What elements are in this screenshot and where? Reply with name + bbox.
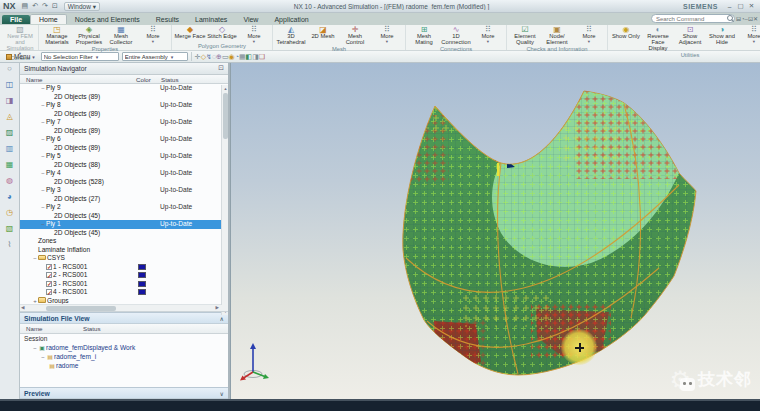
- more-button[interactable]: ⠿More▾: [738, 25, 760, 43]
- search-input[interactable]: [651, 14, 735, 23]
- tree-row[interactable]: 2D Objects (27): [20, 195, 228, 204]
- tree-row[interactable]: 2D Objects (89): [20, 127, 228, 136]
- more-button[interactable]: ⠿More▾: [371, 25, 403, 43]
- edge-select-icon[interactable]: ◨: [252, 53, 259, 60]
- panel-window-icon[interactable]: ⊡: [218, 64, 224, 72]
- more-button[interactable]: ⠿More▾: [238, 25, 270, 43]
- tree-row[interactable]: −Ply 6Up-to-Date: [20, 135, 228, 144]
- close-app-icon[interactable]: ✕: [746, 2, 757, 10]
- tree-row[interactable]: −Ply 4Up-to-Date: [20, 169, 228, 178]
- simulation-navigator-icon[interactable]: ◫: [3, 80, 17, 92]
- file-view-row[interactable]: −▣radome_femDisplayed & Work: [20, 343, 228, 352]
- mesh-collector-button[interactable]: ▦Mesh Collector: [105, 25, 137, 46]
- tree-row[interactable]: −Ply 2Up-to-Date: [20, 203, 228, 212]
- post-navigator-icon[interactable]: ◨: [3, 96, 17, 108]
- color-chip[interactable]: [138, 264, 146, 270]
- restore-app-icon[interactable]: ▢: [735, 2, 746, 10]
- resource-handle-icon[interactable]: ○: [3, 64, 17, 76]
- node-element-button[interactable]: ▣Node/ Element: [541, 25, 573, 46]
- constraint-navigator-icon[interactable]: ▨: [3, 128, 17, 140]
- more-button[interactable]: ⠿More▾: [137, 25, 169, 43]
- close-window-icon[interactable]: ✕: [753, 16, 758, 22]
- rectangle-icon[interactable]: ▭: [222, 53, 229, 60]
- part-navigator-icon[interactable]: ▥: [3, 144, 17, 156]
- tree-row[interactable]: 2D Objects (89): [20, 93, 228, 102]
- color-chip[interactable]: [138, 289, 146, 295]
- tree-row[interactable]: −Ply 5Up-to-Date: [20, 152, 228, 161]
- tree-row[interactable]: −Ply 3Up-to-Date: [20, 186, 228, 195]
- tree-row[interactable]: 2D Objects (45): [20, 229, 228, 238]
- tree-row[interactable]: −Ply 1Up-to-Date: [20, 220, 228, 229]
- history-icon[interactable]: ◷: [3, 208, 17, 220]
- checkbox[interactable]: [46, 272, 52, 278]
- show-adjacent-button[interactable]: ⊡Show Adjacent: [674, 25, 706, 46]
- tree-row[interactable]: 3 - RCS001: [20, 280, 228, 289]
- save-icon[interactable]: ▤: [22, 2, 29, 9]
- tree-row[interactable]: −Ply 7Up-to-Date: [20, 118, 228, 127]
- tab-view[interactable]: View: [235, 15, 266, 24]
- tree-row[interactable]: 4 - RCS001: [20, 288, 228, 297]
- tree-row[interactable]: 2 - RCS001: [20, 271, 228, 280]
- touch-mode-icon[interactable]: ⌇: [3, 240, 17, 252]
- tree-row[interactable]: −CSYS: [20, 254, 228, 263]
- undo-icon[interactable]: ↶: [32, 2, 38, 9]
- reuse-library-icon[interactable]: ▦: [3, 160, 17, 172]
- mesh-mating-button[interactable]: ⊞Mesh Mating: [408, 25, 440, 46]
- 2d-mesh-button[interactable]: ◪2D Mesh: [307, 25, 339, 40]
- element-quality-button[interactable]: ☑Element Quality: [509, 25, 541, 46]
- 1d-connection-button[interactable]: ∿1D Connection: [440, 25, 472, 46]
- redo-icon[interactable]: ↷: [42, 2, 48, 9]
- selection-filter-combo[interactable]: No Selection Filter▾: [41, 52, 119, 61]
- checkbox[interactable]: [46, 289, 52, 295]
- manage-materials-button[interactable]: ◳Manage Materials: [41, 25, 73, 46]
- checkbox[interactable]: [46, 264, 52, 270]
- vertex-select-icon[interactable]: ❏: [259, 53, 265, 60]
- grid-snap-icon[interactable]: ▦: [239, 53, 246, 60]
- selection-scope-combo[interactable]: Entire Assembly▾: [122, 52, 188, 61]
- hd3d-tools-icon[interactable]: ◍: [3, 176, 17, 188]
- fem-mesh-model[interactable]: [231, 63, 759, 399]
- show-only-button[interactable]: ◉Show Only: [610, 25, 642, 40]
- tab-home[interactable]: Home: [30, 14, 67, 24]
- show-and-hide-button[interactable]: ◑Show and Hide: [706, 25, 738, 46]
- tab-application[interactable]: Application: [266, 15, 316, 24]
- merge-face-button[interactable]: ◆Merge Face: [174, 25, 206, 40]
- window-menu-button[interactable]: Window ▾: [64, 2, 100, 11]
- system-materials-icon[interactable]: ▧: [3, 224, 17, 236]
- navigator-vertical-scrollbar[interactable]: ▲ ▼: [221, 85, 228, 315]
- color-chip[interactable]: [138, 272, 146, 278]
- simulation-file-view-header[interactable]: Simulation File View∧: [20, 312, 228, 324]
- preview-header[interactable]: Preview∨: [20, 387, 228, 399]
- file-view-row[interactable]: Session: [20, 334, 228, 343]
- tab-results[interactable]: Results: [148, 15, 187, 24]
- more-button[interactable]: ⠿More▾: [472, 25, 504, 43]
- tree-row[interactable]: 2D Objects (89): [20, 110, 228, 119]
- checkbox[interactable]: [46, 281, 52, 287]
- navigator-horizontal-scrollbar[interactable]: ◀ ▶: [20, 305, 228, 313]
- 3d-tetrahedral-button[interactable]: ◭3D Tetrahedral: [275, 25, 307, 46]
- assembly-navigator-icon[interactable]: ◬: [3, 112, 17, 124]
- tree-row[interactable]: 2D Objects (528): [20, 178, 228, 187]
- file-view-row[interactable]: ▤radome: [20, 361, 228, 370]
- tree-row[interactable]: Zones: [20, 237, 228, 246]
- menu-button[interactable]: Menu▾: [3, 53, 38, 60]
- tree-row[interactable]: Laminate Inflation: [20, 246, 228, 255]
- tree-row[interactable]: 2D Objects (45): [20, 212, 228, 221]
- more-button[interactable]: ⠿More▾: [573, 25, 605, 43]
- internet-explorer-icon[interactable]: ◕: [3, 192, 17, 204]
- mesh-control-button[interactable]: ✛Mesh Control: [339, 25, 371, 46]
- physical-properties-button[interactable]: ◈Physical Properties: [73, 25, 105, 46]
- tab-nodes-and-elements[interactable]: Nodes and Elements: [67, 15, 148, 24]
- repeat-command-icon[interactable]: ⊡: [52, 2, 58, 9]
- reverse-face-display-button[interactable]: ◐Reverse Face Display: [642, 25, 674, 52]
- graphics-viewport[interactable]: ⚙ 技术邻: [230, 63, 760, 399]
- tree-row[interactable]: −Ply 8Up-to-Date: [20, 101, 228, 110]
- tree-row[interactable]: 2D Objects (89): [20, 144, 228, 153]
- file-view-row[interactable]: −▤radome_fem_i: [20, 352, 228, 361]
- tree-row[interactable]: 2D Objects (88): [20, 161, 228, 170]
- tab-file[interactable]: File: [2, 15, 30, 24]
- minimize-app-icon[interactable]: –: [724, 3, 735, 10]
- tree-row[interactable]: −Ply 9Up-to-Date: [20, 84, 228, 93]
- stitch-edge-button[interactable]: ◇Stitch Edge: [206, 25, 238, 40]
- tab-laminates[interactable]: Laminates: [187, 15, 235, 24]
